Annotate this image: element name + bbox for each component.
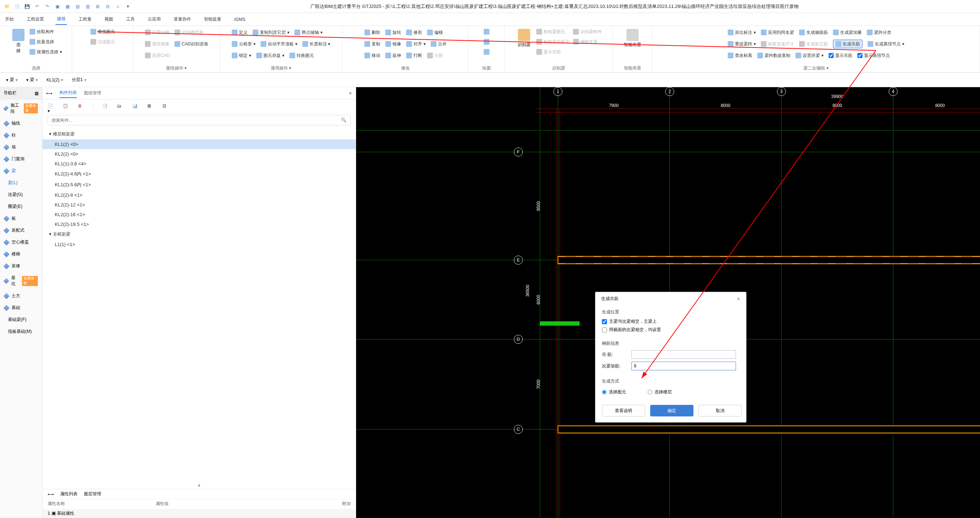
list-item[interactable]: KL1(2)-5.6内 <1>	[43, 180, 356, 190]
define-button[interactable]: 定义	[232, 28, 248, 37]
nav-decoration[interactable]: 装修	[0, 260, 42, 272]
input-stirrup[interactable]	[632, 350, 736, 359]
list-item[interactable]: KL2(2)-12 <1>	[43, 200, 356, 210]
tb-icon-6[interactable]: 📊	[132, 103, 139, 110]
tb-icon-4[interactable]: 📑	[102, 103, 108, 110]
tab-layers[interactable]: 图层管理	[84, 491, 101, 497]
floor-table-button[interactable]: 识别楼层表	[175, 28, 203, 37]
list-item[interactable]: KL2(2)-4.6内 <1>	[43, 168, 356, 180]
origin-mark-button[interactable]: 原位标注 ▾	[728, 28, 756, 37]
menu-qty[interactable]: 工程量	[77, 14, 93, 24]
menu-view[interactable]: 视图	[103, 14, 115, 24]
qat-icon-7[interactable]: ▦	[64, 3, 72, 10]
search-input[interactable]	[48, 115, 351, 126]
auto-align-button[interactable]: 自动平齐顶板 ▾	[261, 40, 298, 48]
filter-2[interactable]: ▾ 梁▾	[24, 76, 40, 84]
tb-icon-8[interactable]: ⊡	[162, 103, 169, 110]
qat-icon-12[interactable]: ⎌	[114, 3, 122, 10]
refresh-support-button[interactable]: 刷新支座尺寸	[761, 40, 794, 48]
nav-link-beam[interactable]: 连梁(G)	[0, 189, 42, 201]
cad-option-button[interactable]: CAD识别选项	[175, 40, 208, 48]
input-secondary-addrebar[interactable]	[632, 362, 736, 370]
convert-element-button[interactable]: 转换图元	[290, 51, 314, 60]
offset-button[interactable]: 偏移	[427, 28, 443, 37]
props-expand-icon[interactable]: ⟷	[48, 492, 54, 497]
select-by-prop-button[interactable]: 按属性选择 ▾	[30, 48, 62, 56]
qat-icon-8[interactable]: ▤	[73, 3, 81, 10]
extend-button[interactable]: 延伸	[385, 51, 401, 60]
nav-ring-beam[interactable]: 圈梁(E)	[0, 201, 42, 213]
category-frame-beam[interactable]: ▾ 楼层框架梁	[43, 129, 356, 140]
qat-icon-6[interactable]: ▣	[53, 3, 61, 10]
category-non-frame-beam[interactable]: ▾ 非框架梁	[43, 229, 356, 240]
aux-axis-button[interactable]: 两点辅轴 ▾	[294, 28, 323, 37]
nav-section[interactable]: 施工段免费体验	[0, 99, 42, 118]
qat-open-icon[interactable]: 📁	[3, 3, 11, 10]
menu-start[interactable]: 开始	[3, 14, 15, 24]
nav-wall[interactable]: 墙	[0, 141, 42, 153]
show-stirrup-button[interactable]: 显示吊筋	[536, 48, 570, 56]
nav-earthwork[interactable]: 土方	[0, 290, 42, 302]
radio-select-floor[interactable]: 选择楼层	[648, 388, 672, 396]
menu-smart[interactable]: 智能提量	[202, 14, 223, 24]
select-big-button[interactable]: 选择	[10, 27, 27, 56]
filter-1[interactable]: ▾ 梁▾	[3, 76, 20, 84]
tab-component-list[interactable]: 构件列表	[59, 88, 77, 98]
nav-foundbeam[interactable]: 基础梁(F)	[0, 314, 42, 326]
menu-tool[interactable]: 工具	[125, 14, 136, 24]
draw-rect-button[interactable]	[484, 48, 490, 56]
tab-drawing-mgmt[interactable]: 图纸管理	[84, 89, 101, 98]
break-button[interactable]: 打断	[406, 51, 422, 60]
save-element-button[interactable]: 图元存盘 ▾	[256, 51, 285, 60]
filter-3[interactable]: KL1(2)▾	[44, 76, 65, 84]
copy-to-floor-button[interactable]: 复制到其它层 ▾	[253, 28, 290, 37]
span-data-copy-button[interactable]: 梁跨数据复制	[757, 51, 791, 60]
filter-4[interactable]: 分层1▾	[69, 76, 89, 84]
apply-same-name-button[interactable]: 应用到同名梁	[761, 28, 794, 37]
gen-side-rebar-button[interactable]: 生成侧面筋	[799, 28, 828, 37]
list-item[interactable]: KL2(2)-16 <1>	[43, 210, 356, 219]
identify-beam-big-button[interactable]: 识别梁	[515, 27, 533, 56]
nav-beam[interactable]: 梁	[0, 165, 42, 177]
opt-same-section-checkbox[interactable]: 同截面的次梁相交，均设置	[602, 326, 740, 334]
set-arch-beam-button[interactable]: 设置拱梁 ▾	[795, 51, 824, 60]
edit-support-button[interactable]: 编辑支座	[573, 38, 602, 46]
gen-strongnode-button[interactable]: 生成高强节点 ▾	[867, 40, 904, 48]
trim-button[interactable]: 修剪	[406, 28, 422, 37]
tb-icon-7[interactable]: ⊞	[147, 103, 154, 110]
mirror-button[interactable]: 镜像	[385, 40, 401, 48]
tab-props[interactable]: 属性列表	[60, 491, 78, 497]
tb-new-icon[interactable]: 📄▾	[48, 103, 54, 110]
draw-arc-button[interactable]	[484, 38, 490, 46]
gen-frame-rebar-button[interactable]: 生成架立筋	[799, 40, 828, 48]
nav-raft[interactable]: 筏板基础(M)	[0, 326, 42, 337]
qat-icon-10[interactable]: ⊞	[94, 3, 102, 10]
menu-collab[interactable]: 算量协作	[172, 14, 192, 24]
gen-haunch-button[interactable]: 生成梁加腋	[833, 28, 862, 37]
show-stirrup-checkbox[interactable]: 显示吊筋	[829, 51, 853, 60]
list-item[interactable]: KL1(2) <0>	[43, 140, 356, 149]
pick-component-button[interactable]: 拾取构件	[30, 27, 62, 36]
check-beam-element-button[interactable]: 校核梁图元	[536, 27, 570, 36]
nav-stair[interactable]: 楼梯	[0, 248, 42, 260]
button-ok[interactable]: 确定	[650, 405, 694, 416]
nav-prefab[interactable]: 装配式	[0, 224, 42, 236]
panel-close-icon[interactable]: ✕	[348, 91, 352, 96]
menu-settings[interactable]: 工程设置	[25, 14, 45, 24]
show-strongnode-checkbox[interactable]: 显示高强节点	[858, 51, 890, 60]
qat-icon-9[interactable]: ▥	[84, 3, 92, 10]
gen-stirrup-button[interactable]: 生成吊筋	[833, 40, 862, 48]
menu-cloud[interactable]: 云应用	[146, 14, 162, 24]
nav-axis[interactable]: 轴线	[0, 118, 42, 129]
copy-btn[interactable]: 复制	[364, 40, 380, 48]
merge-button[interactable]: 合并	[431, 40, 447, 48]
tb-copy-icon[interactable]: 📋	[63, 103, 69, 110]
nav-foundation[interactable]: 基础	[0, 302, 42, 314]
nav-slab[interactable]: 板	[0, 213, 42, 224]
menu-model[interactable]: 建模	[56, 14, 67, 25]
split-button[interactable]: 分割	[427, 51, 443, 60]
find-replace-button[interactable]: 查找替换	[145, 40, 169, 48]
align-button[interactable]: 对齐 ▾	[406, 40, 426, 48]
delete-button[interactable]: 删除	[364, 28, 380, 37]
list-item[interactable]: KL2(2) <0>	[43, 149, 356, 159]
